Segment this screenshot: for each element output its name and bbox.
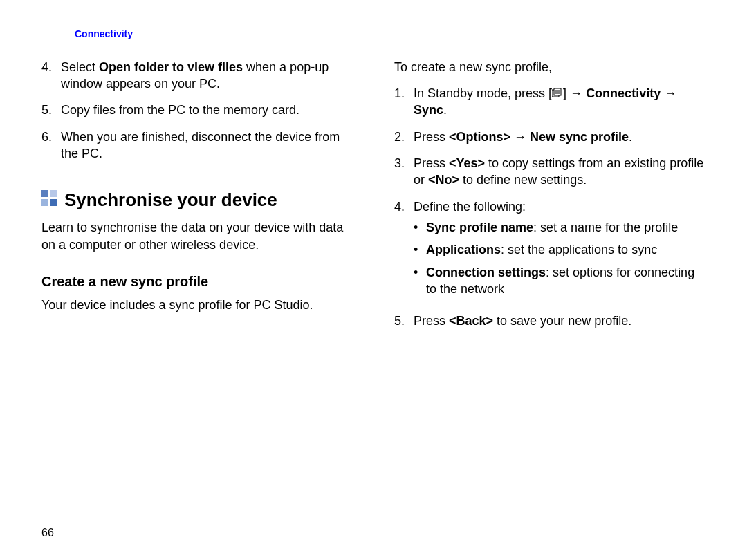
bullet-label: Sync profile name — [426, 221, 533, 234]
page-number: 66 — [42, 525, 54, 541]
step-body: Press <Back> to save your new profile. — [414, 312, 706, 329]
bullet-item: • Applications: set the applications to … — [414, 241, 706, 258]
step-number: 5. — [42, 102, 58, 118]
left-step-4: 4. Select Open folder to view files when… — [42, 59, 353, 93]
left-step-5: 5. Copy files from the PC to the memory … — [42, 102, 353, 118]
text-bold: Open folder to view files — [99, 60, 243, 74]
bullet-item: • Sync profile name: set a name for the … — [414, 219, 706, 236]
text: Press — [414, 156, 449, 170]
right-step-5: 5. Press <Back> to save your new profile… — [394, 312, 706, 329]
bullet-item: • Connection settings: set options for c… — [414, 264, 706, 298]
section-heading-text: Synchronise your device — [64, 188, 277, 212]
step-body: In Standby mode, press [] → Connectivity… — [414, 85, 706, 119]
bullet-dot: • — [414, 264, 426, 298]
bullet-body: Sync profile name: set a name for the pr… — [426, 219, 706, 236]
definition-bullets: • Sync profile name: set a name for the … — [414, 219, 706, 297]
text-bold: <Back> — [449, 314, 493, 328]
bullet-body: Applications: set the applications to sy… — [426, 241, 706, 258]
text-bold: <Yes> — [449, 156, 485, 170]
right-step-3: 3. Press <Yes> to copy settings from an … — [394, 155, 706, 189]
right-lead: To create a new sync profile, — [394, 59, 706, 75]
text: ] → — [563, 86, 586, 100]
bullet-label: Connection settings — [426, 265, 546, 279]
step-number: 4. — [394, 198, 411, 303]
menu-key-icon — [552, 88, 563, 98]
step-number: 4. — [42, 59, 58, 93]
left-column: 4. Select Open folder to view files when… — [42, 59, 353, 339]
right-column: To create a new sync profile, 1. In Stan… — [394, 59, 706, 339]
text: Press — [414, 130, 449, 144]
subsection-heading: Create a new sync profile — [42, 272, 353, 291]
text: to save your new profile. — [493, 314, 631, 328]
grid-icon — [42, 190, 57, 206]
bullet-dot: • — [414, 241, 426, 258]
text-bold: <Options> — [449, 130, 510, 144]
step-body: Select Open folder to view files when a … — [61, 59, 353, 93]
text-bold: <No> — [428, 173, 459, 187]
step-number: 2. — [394, 129, 411, 145]
bullet-text: : set the applications to sync — [501, 243, 657, 256]
step-number: 1. — [394, 85, 411, 119]
step-body: Copy files from the PC to the memory car… — [61, 102, 353, 118]
text: → — [510, 130, 530, 144]
text-bold: New sync profile — [530, 130, 629, 144]
step-body: Press <Yes> to copy settings from an exi… — [414, 155, 706, 189]
text: In Standby mode, press [ — [414, 86, 552, 100]
right-step-4: 4. Define the following: • Sync profile … — [394, 198, 706, 303]
bullet-label: Applications — [426, 243, 501, 256]
header-section-label: Connectivity — [75, 28, 706, 41]
subsection-intro: Your device includes a sync profile for … — [42, 297, 353, 313]
text: Define the following: — [414, 200, 526, 214]
text-pre: Select — [61, 60, 99, 74]
left-step-6: 6. When you are finished, disconnect the… — [42, 129, 353, 162]
text: . — [443, 103, 447, 117]
right-step-1: 1. In Standby mode, press [] → Connectiv… — [394, 85, 706, 119]
text: to define new settings. — [459, 173, 587, 187]
text: Press — [414, 314, 449, 328]
bullet-text: : set a name for the profile — [533, 221, 678, 234]
right-step-2: 2. Press <Options> → New sync profile. — [394, 129, 706, 145]
step-body: Press <Options> → New sync profile. — [414, 129, 706, 145]
step-number: 6. — [42, 129, 58, 162]
step-number: 3. — [394, 155, 411, 189]
step-body: Define the following: • Sync profile nam… — [414, 198, 706, 303]
step-number: 5. — [394, 312, 411, 329]
content-columns: 4. Select Open folder to view files when… — [42, 59, 706, 339]
bullet-dot: • — [414, 219, 426, 236]
text: . — [629, 130, 632, 144]
bullet-body: Connection settings: set options for con… — [426, 264, 706, 298]
section-intro: Learn to synchronise the data on your de… — [42, 219, 353, 253]
section-heading: Synchronise your device — [42, 188, 353, 212]
step-body: When you are finished, disconnect the de… — [61, 129, 353, 162]
